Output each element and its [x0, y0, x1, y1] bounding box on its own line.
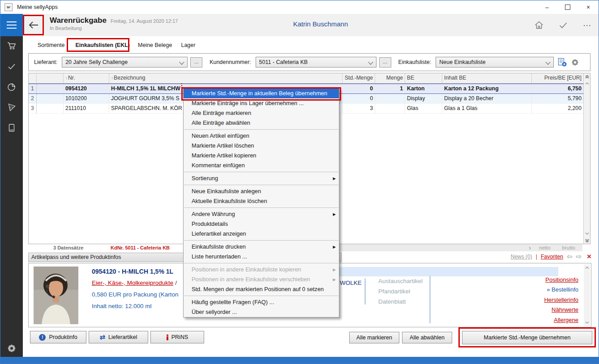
favoriten-link[interactable]: Favoriten [541, 254, 563, 260]
news-favorites-bar: News (0) | Favoriten ⇦ ⇨ × [426, 253, 591, 261]
kundennummer-more-button[interactable]: ... [379, 57, 391, 68]
menu-item-faq[interactable]: Häufig gestellte Fragen (FAQ) ... [184, 297, 339, 307]
menu-item-kommentar[interactable]: Kommentar einfügen [184, 161, 339, 170]
list-settings-button[interactable] [571, 58, 579, 67]
menu-item-ueber[interactable]: Über sellyorder ... [184, 307, 339, 317]
add-list-button[interactable] [558, 58, 567, 67]
row-select-cell[interactable] [37, 84, 64, 93]
close-button[interactable]: × [578, 0, 599, 14]
minimize-button[interactable]: – [537, 0, 557, 14]
close-panel-icon[interactable]: × [587, 254, 591, 260]
col-std-menge[interactable]: Std.-Menge [342, 73, 375, 83]
row-select-cell[interactable] [37, 104, 64, 113]
cell-std-menge[interactable]: 0 [342, 84, 375, 93]
menu-item-herunterladen[interactable]: Liste herunterladen ... [184, 252, 339, 262]
home-button[interactable] [533, 19, 545, 31]
tab-einkaufslisten[interactable]: Einkaufslisten (EKL) [75, 36, 130, 48]
link-positionsinfo[interactable]: Positionsinfo [494, 275, 578, 285]
sidebar-item-food[interactable] [7, 102, 17, 112]
prins-button[interactable]: PRiNS [150, 331, 204, 343]
vertical-scrollbar[interactable] [583, 73, 590, 244]
col-be[interactable]: BE [405, 73, 442, 83]
status-bar [0, 357, 599, 364]
cell-menge[interactable]: 1 [375, 84, 405, 93]
kundennummer-select[interactable]: 5011 - Cafeteria KB [256, 57, 377, 68]
scroll-up-icon[interactable] [584, 80, 590, 87]
lieferant-more-button[interactable]: ... [190, 57, 202, 68]
app-icon: w [4, 3, 13, 11]
menu-item-ins-lager[interactable]: Markierte Einträge ins Lager übernehmen … [184, 98, 339, 108]
back-button[interactable] [23, 15, 44, 35]
nav-left-icon[interactable]: ⇦ [567, 253, 573, 261]
cart-icon [7, 41, 17, 51]
menu-item-lieferartikel-anzeigen[interactable]: Lieferartikel anzeigen [184, 229, 339, 239]
menu-item-drucken[interactable]: Einkaufsliste drucken▶ [184, 242, 339, 252]
col-preis[interactable]: Preis/BE [EUR] [532, 73, 583, 83]
gear-icon [7, 343, 17, 353]
cell-inhalt-be: Display a 20 Becher [442, 94, 532, 103]
col-bezeichnung[interactable]: ↑Bezeichnung [109, 73, 342, 83]
chevron-right-icon[interactable]: › [529, 245, 531, 250]
link-naehrwerte[interactable]: Nährwerte [494, 305, 578, 315]
menu-item-artikel-kopieren[interactable]: Markierte Artikel kopieren [184, 151, 339, 161]
produktinfo-button[interactable]: ! Produktinfo [30, 331, 86, 343]
cell-preis: 2,200 [532, 104, 583, 113]
alle-abwaehlen-button[interactable]: Alle abwählen [402, 332, 452, 343]
link-herstellerinfo[interactable]: Herstellerinfo [494, 295, 578, 305]
sidebar-item-settings[interactable] [7, 343, 17, 353]
menu-item-sortierung[interactable]: Sortierung▶ [184, 174, 339, 183]
maximize-button[interactable] [557, 0, 578, 14]
menu-item-liste-loeschen[interactable]: Aktuelle Einkaufsliste löschen [184, 196, 339, 206]
menu-item-andere-waehrung[interactable]: Andere Währung▶ [184, 209, 339, 219]
row-select-cell[interactable] [37, 94, 64, 103]
menu-item-std-menge-uebernehmen[interactable]: Markierte Std.-Menge in aktuellen Beleg … [184, 89, 339, 98]
cell-std-menge[interactable]: 0 [342, 94, 375, 103]
sidebar-item-tasks[interactable] [7, 61, 17, 71]
sidebar-item-statistics[interactable] [7, 82, 17, 92]
cell-std-menge[interactable]: 3 [342, 104, 375, 113]
lieferant-select[interactable]: 20 Jahre Selly Challenge [62, 57, 188, 68]
menu-item-artikel-loeschen[interactable]: Markierte Artikel löschen [184, 141, 339, 151]
col-nr[interactable]: ↑Nr. [64, 73, 109, 83]
menu-item-alle-markieren[interactable]: Alle Einträge markieren [184, 108, 339, 118]
more-options-button[interactable]: ⋯ [582, 19, 593, 31]
brutto-toggle[interactable]: brutto [562, 245, 575, 250]
window-controls: – × [537, 0, 599, 14]
link-datenblatt: Datenblatt [378, 296, 423, 307]
menu-item-produktdetails[interactable]: Produktdetails [184, 219, 339, 229]
alle-markieren-button[interactable]: Alle markieren [349, 332, 399, 343]
scroll-down-icon[interactable] [584, 319, 590, 326]
tab-sortimente[interactable]: Sortimente [38, 36, 64, 48]
scroll-top-icon[interactable] [584, 73, 590, 80]
menu-toggle-button[interactable] [0, 14, 23, 36]
nav-right-icon[interactable]: ⇨ [576, 253, 582, 261]
cell-menge[interactable] [375, 94, 405, 103]
col-menge[interactable]: Menge [375, 73, 405, 83]
lieferartikel-button[interactable]: ⇄ Lieferartikel [89, 331, 148, 343]
link-allergene[interactable]: Allergene [494, 315, 578, 325]
tab-meine-belege[interactable]: Meine Belege [138, 36, 172, 48]
page-status: In Bearbeitung [50, 25, 178, 31]
netto-toggle[interactable]: netto [539, 245, 551, 250]
scroll-down-icon[interactable] [584, 230, 590, 237]
panel-scrollbar[interactable] [584, 264, 590, 326]
product-category-link[interactable]: Eier-, Käse-, Molkereiprodukte [92, 279, 173, 286]
confirm-button[interactable] [557, 19, 569, 31]
scroll-bottom-icon[interactable] [584, 237, 590, 244]
col-inhalt-be[interactable]: Inhalt BE [442, 73, 532, 83]
menu-item-mengen-auf-null[interactable]: Std. Mengen der markierten Positionen au… [184, 284, 339, 294]
sidebar-item-cart[interactable] [7, 41, 17, 51]
link-pfandartikel: Pfandartikel [378, 286, 423, 296]
tab-lager[interactable]: Lager [181, 36, 195, 48]
uebernehmen-button[interactable]: Markierte Std.-Menge übernehmen [462, 331, 592, 344]
scroll-up-icon[interactable] [584, 264, 590, 271]
news-link[interactable]: News (0) [511, 254, 532, 260]
sidebar-item-catalog[interactable] [7, 123, 17, 133]
disabled-links: Austauschartikel Pfandartikel Datenblatt [378, 276, 423, 307]
menu-item-alle-abwaehlen[interactable]: Alle Einträge abwählen [184, 118, 339, 128]
einkaufsliste-select[interactable]: Neue Einkaufsliste [436, 57, 554, 68]
cell-menge[interactable] [375, 104, 405, 113]
menu-item-artikel-einfuegen[interactable]: Neuen Artikel einfügen [184, 131, 339, 141]
link-bestellinfo[interactable]: » Bestellinfo [494, 285, 578, 295]
menu-item-liste-anlegen[interactable]: Neue Einkaufsliste anlegen [184, 186, 339, 196]
